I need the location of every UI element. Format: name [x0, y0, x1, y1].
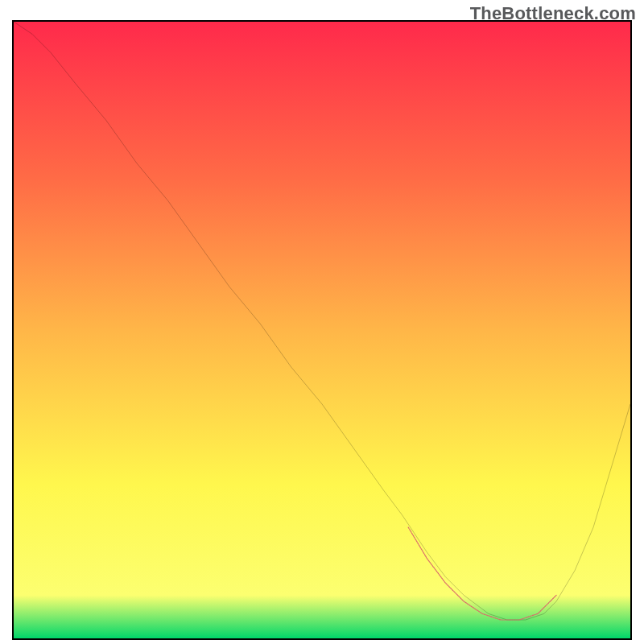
- gradient-background: [14, 22, 630, 638]
- chart-svg: [14, 22, 630, 638]
- chart-plot-area: [12, 20, 632, 640]
